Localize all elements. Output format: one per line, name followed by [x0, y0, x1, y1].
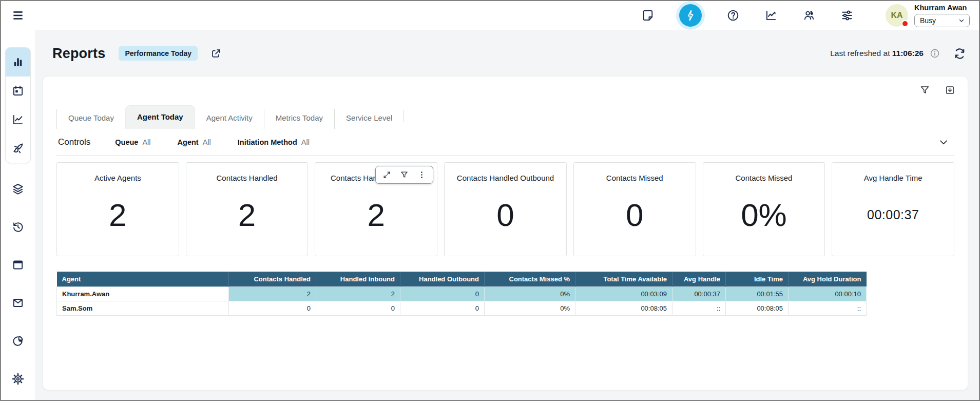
- line-chart-icon: [11, 113, 25, 126]
- topbar-note-button[interactable]: [641, 9, 655, 22]
- sidebar-item-mail[interactable]: [11, 296, 25, 310]
- avatar[interactable]: KA: [886, 4, 908, 27]
- sidebar-nav-card: [5, 47, 31, 163]
- sidebar-item-bar-chart[interactable]: [6, 48, 30, 77]
- kpi-value: 0%: [741, 182, 787, 256]
- sidebar-item-line-chart[interactable]: [6, 105, 30, 134]
- last-refreshed-text: Last refreshed at 11:06:26: [830, 49, 924, 58]
- kpi-value: 00:00:37: [867, 182, 919, 256]
- kpi-filter-button[interactable]: [400, 170, 409, 179]
- page-title: Reports: [52, 46, 105, 62]
- topbar-contacts-button[interactable]: [802, 9, 816, 22]
- sidebar-item-window[interactable]: [11, 258, 25, 272]
- metric-cell: 00:08:05: [575, 301, 672, 315]
- kpi-value: 2: [109, 182, 126, 256]
- user-block: KA Khurram Awan Busy: [886, 4, 970, 27]
- gear-icon: [11, 372, 25, 386]
- kebab-icon: [417, 170, 426, 179]
- avatar-initials: KA: [891, 11, 902, 20]
- hamburger-menu-button[interactable]: [11, 9, 25, 22]
- metric-cell: 0%: [485, 287, 575, 301]
- tab-agent-activity[interactable]: Agent Activity: [195, 109, 264, 129]
- tab-service-level[interactable]: Service Level: [334, 109, 403, 129]
- layers-icon: [11, 182, 25, 196]
- column-header[interactable]: Contacts Missed %: [485, 272, 575, 287]
- filter-initiation-method[interactable]: Initiation Method All: [238, 138, 310, 146]
- tab-divider: [403, 110, 404, 122]
- tab-agent-today[interactable]: Agent Today: [125, 105, 195, 129]
- column-header[interactable]: Idle Time: [726, 272, 789, 287]
- column-header[interactable]: Avg Handle: [672, 272, 726, 287]
- sidebar-item-pie-chart[interactable]: [11, 334, 25, 348]
- report-card: Queue TodayAgent TodayAgent ActivityMetr…: [43, 76, 968, 390]
- info-icon[interactable]: [930, 48, 940, 59]
- note-icon: [641, 9, 655, 22]
- sidebar: [1, 30, 35, 401]
- sidebar-item-history[interactable]: [11, 220, 25, 234]
- performance-today-badge[interactable]: Performance Today: [119, 46, 198, 61]
- table-row[interactable]: Khurram.Awan2200%00:03:0900:00:3700:01:5…: [57, 287, 867, 301]
- sliders-icon: [840, 9, 854, 22]
- tab-metrics-today[interactable]: Metrics Today: [264, 109, 334, 129]
- report-filter-button[interactable]: [919, 85, 930, 96]
- metric-cell: 0: [400, 287, 485, 301]
- controls-collapse-button[interactable]: [938, 137, 949, 148]
- topbar-sliders-button[interactable]: [840, 9, 854, 22]
- kpi-value: 0: [496, 182, 514, 256]
- chevron-down-icon: [938, 137, 949, 148]
- topbar-help-button[interactable]: [726, 9, 740, 22]
- contacts-icon: [802, 9, 816, 22]
- sidebar-item-layers[interactable]: [11, 182, 25, 196]
- metric-cell: ::: [672, 301, 726, 315]
- metric-cell: 2: [229, 287, 316, 301]
- open-in-new-window-button[interactable]: [210, 48, 222, 59]
- filter-agent[interactable]: Agent All: [178, 138, 211, 146]
- external-link-icon: [210, 48, 222, 59]
- metric-cell: 00:03:09: [575, 287, 672, 301]
- kpi-title: Contacts Handled: [216, 174, 277, 182]
- mail-icon: [11, 296, 25, 310]
- report-download-button[interactable]: [945, 85, 955, 96]
- agent-name-cell: Khurram.Awan: [57, 287, 229, 301]
- kpi-title: Contacts Missed: [606, 174, 663, 182]
- sidebar-item-brush[interactable]: [6, 134, 30, 163]
- kpi-title: Contacts Missed: [736, 174, 793, 182]
- kpi-card: Avg Handle Time 00:00:37: [832, 162, 954, 256]
- column-header[interactable]: Avg Hold Duration: [789, 272, 867, 287]
- status-select[interactable]: Busy: [914, 14, 970, 27]
- kpi-title: Contacts Handled Outbound: [457, 174, 554, 182]
- kpi-card: Contacts Handled 2: [186, 162, 309, 256]
- tab-queue-today[interactable]: Queue Today: [56, 109, 125, 129]
- column-header[interactable]: Agent: [57, 272, 229, 287]
- window-icon: [11, 258, 25, 272]
- refresh-button[interactable]: [953, 47, 966, 60]
- kpi-kebab-button[interactable]: [417, 170, 426, 179]
- topbar-lightning-button[interactable]: [679, 4, 702, 27]
- history-icon: [11, 220, 25, 234]
- report-card-actions: [919, 85, 955, 96]
- filter-value: All: [203, 138, 211, 146]
- table-header-row: AgentContacts HandledHandled InboundHand…: [57, 272, 867, 287]
- expand-icon: [382, 170, 391, 179]
- sidebar-item-gear[interactable]: [11, 372, 25, 386]
- metric-cell: ::: [789, 301, 867, 315]
- controls-bar: Controls Queue All Agent All Initiation …: [56, 129, 954, 156]
- user-name: Khurram Awan: [914, 4, 970, 12]
- hamburger-icon: [11, 9, 25, 22]
- kpi-value: 2: [238, 182, 256, 256]
- column-header[interactable]: Handled Outbound: [400, 272, 485, 287]
- help-icon: [726, 9, 740, 22]
- table-row[interactable]: Sam.Som0000%00:08:05::00:08:05::: [57, 301, 867, 315]
- kpi-value: 0: [626, 182, 643, 256]
- column-header[interactable]: Contacts Handled: [229, 272, 316, 287]
- column-header[interactable]: Total Time Available: [575, 272, 672, 287]
- filter-queue[interactable]: Queue All: [115, 138, 150, 146]
- sidebar-item-calendar[interactable]: [6, 77, 30, 105]
- kpi-expand-button[interactable]: [382, 170, 391, 179]
- metric-cell: 0: [316, 301, 400, 315]
- controls-label: Controls: [58, 137, 90, 147]
- topbar-metrics-button[interactable]: [764, 9, 778, 22]
- column-header[interactable]: Handled Inbound: [316, 272, 400, 287]
- calendar-icon: [11, 84, 25, 98]
- filter-label: Agent: [178, 138, 199, 146]
